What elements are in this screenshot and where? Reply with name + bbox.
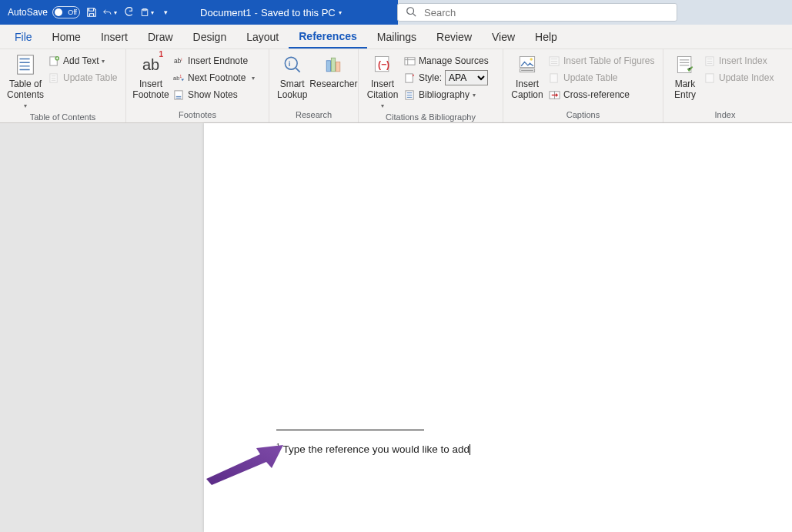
manage-sources-icon [403,55,416,67]
toc-icon [13,52,38,77]
autosave-toggle[interactable]: Off [52,6,80,18]
svg-text:(−): (−) [378,59,389,70]
cross-ref-icon [548,89,560,101]
show-notes-icon [172,89,185,101]
group-label-footnotes: Footnotes [131,109,264,122]
paste-button[interactable]: ▾ [140,5,154,19]
annotation-arrow [200,431,292,485]
redo-button[interactable] [122,5,135,19]
tab-review[interactable]: Review [426,25,482,49]
group-label-citations: Citations & Bibliography [363,111,498,122]
footnote-separator [276,430,424,430]
svg-text:ab: ab [173,75,179,82]
smart-lookup-button[interactable]: i Smart Lookup [274,51,310,102]
tab-mailings[interactable]: Mailings [367,25,426,49]
tab-references[interactable]: References [289,25,367,49]
group-index: Mark Entry Insert Index Update Index Ind… [663,49,787,122]
add-text-button[interactable]: Add Text ▾ [46,52,119,69]
undo-button[interactable]: ▾ [103,5,117,19]
svg-rect-12 [327,61,331,72]
search-input[interactable] [424,7,669,18]
bibliography-icon [403,89,416,101]
tab-home[interactable]: Home [42,25,91,49]
group-label-index: Index [668,109,782,122]
svg-point-10 [285,57,297,69]
autosave-control[interactable]: AutoSave Off [8,6,80,18]
save-icon[interactable] [85,5,99,19]
tab-design[interactable]: Design [183,25,237,49]
svg-rect-24 [550,73,556,82]
page[interactable]: 1 Type the reference you would like to a… [204,123,792,532]
menu-bar: File Home Insert Draw Design Layout Refe… [0,25,792,49]
insert-caption-button[interactable]: Insert Caption [508,51,546,102]
citation-style-row: Style: APA [402,69,490,86]
show-notes-button[interactable]: Show Notes [171,86,256,103]
add-text-icon [48,55,60,67]
svg-text:i: i [288,59,290,68]
svg-rect-13 [332,58,336,72]
update-index-icon [703,72,716,84]
group-citations: (−) Insert Citation ▾ Manage Sources Sty… [359,49,503,122]
insert-footnote-button[interactable]: ab 1 Insert Footnote [131,51,171,102]
footnote-icon: ab 1 [139,52,163,77]
group-research: i Smart Lookup Researcher Research [269,49,359,122]
footnote-entry[interactable]: 1 Type the reference you would like to a… [276,442,470,455]
researcher-icon [321,52,346,77]
group-label-research: Research [274,109,353,122]
update-table-icon [48,72,60,84]
tab-insert[interactable]: Insert [91,25,138,49]
document-area: 1 Type the reference you would like to a… [0,123,792,532]
svg-text:i: i [181,56,182,61]
insert-endnote-button[interactable]: abi Insert Endnote [171,52,256,69]
style-icon [403,72,416,84]
tab-help[interactable]: Help [525,25,567,49]
group-captions: Insert Caption Insert Table of Figures U… [503,49,663,122]
tab-draw[interactable]: Draw [138,25,183,49]
svg-text:1: 1 [179,74,182,78]
researcher-button[interactable]: Researcher [310,51,356,91]
tab-file[interactable]: File [5,25,42,49]
title-bar: AutoSave Off ▾ ▾ ▾ Document1 - Saved to … [0,0,792,25]
insert-index-icon [703,55,716,67]
svg-rect-14 [336,62,340,72]
svg-rect-18 [405,73,412,82]
toc-button[interactable]: Table of Contents ▾ [5,51,46,111]
mark-entry-button[interactable]: Mark Entry [668,51,702,102]
autosave-label: AutoSave [8,7,48,18]
tab-layout[interactable]: Layout [236,25,289,49]
tof-icon [548,55,560,67]
update-caption-table-button[interactable]: Update Table [546,69,657,86]
svg-point-0 [407,7,414,14]
autosave-state: Off [68,8,77,16]
svg-rect-29 [705,73,713,82]
group-footnotes: ab 1 Insert Footnote abi Insert Endnote … [126,49,269,122]
footnote-number: 1 [276,442,280,450]
svg-point-21 [530,58,533,61]
next-footnote-button[interactable]: ab1 Next Footnote ▾ [171,69,256,86]
update-index-button[interactable]: Update Index [702,69,775,86]
bibliography-button[interactable]: Bibliography ▾ [402,86,490,103]
next-footnote-icon: ab1 [172,72,185,84]
smart-lookup-icon: i [280,52,305,77]
insert-tof-button[interactable]: Insert Table of Figures [546,52,657,69]
customize-qat[interactable]: ▾ [159,5,172,19]
svg-rect-1 [18,55,34,74]
insert-index-button[interactable]: Insert Index [702,52,775,69]
tab-view[interactable]: View [482,25,525,49]
search-box[interactable] [397,3,677,22]
mark-entry-icon [673,52,697,77]
insert-citation-icon: (−) [370,52,395,77]
cross-reference-button[interactable]: Cross-reference [546,86,657,103]
group-label-toc: Table of Contents [5,111,121,122]
footnote-body: Type the reference you would like to add [283,443,470,455]
document-title: Document1 - Saved to this PC ▾ [200,7,342,18]
update-table-button[interactable]: Update Table [46,69,119,86]
caption-icon [515,52,540,77]
update-caption-icon [548,72,560,84]
insert-citation-button[interactable]: (−) Insert Citation ▾ [363,51,402,111]
style-select[interactable]: APA [445,70,488,85]
manage-sources-button[interactable]: Manage Sources [402,52,490,69]
endnote-icon: abi [172,55,185,67]
group-label-captions: Captions [508,109,658,122]
ribbon-references: Table of Contents ▾ Add Text ▾ Update Ta… [0,49,792,123]
